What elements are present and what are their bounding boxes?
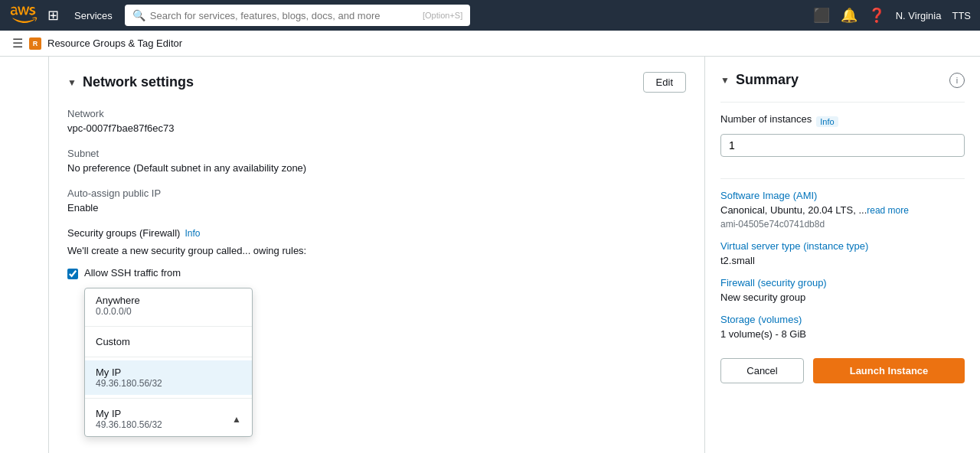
subnet-value: No preference (Default subnet in any ava…	[67, 162, 686, 174]
resource-groups-logo: R	[29, 37, 41, 50]
summary-info-icon[interactable]: i	[949, 73, 965, 88]
ssh-checkbox-label: Allow SSH traffic from	[84, 267, 253, 279]
instance-type-link[interactable]: Virtual server type (instance type)	[720, 240, 965, 252]
ami-value: Canonical, Ubuntu, 20.04 LTS, ...read mo…	[720, 204, 965, 216]
search-bar[interactable]: 🔍 [Option+S]	[125, 5, 470, 26]
myip1-label: My IP	[96, 367, 241, 378]
section-header: ▼ Network settings Edit	[67, 72, 686, 93]
instances-label-row: Number of instances Info	[720, 113, 965, 129]
services-nav[interactable]: Services	[68, 7, 119, 24]
summary-title-row: ▼ Summary i	[720, 72, 965, 88]
terminal-icon[interactable]: ⬛	[813, 7, 830, 24]
section-title-row: ▼ Network settings	[67, 74, 194, 90]
nav-icons: ⬛ 🔔 ❓ N. Virginia TTS	[813, 7, 971, 24]
myip1-sub: 49.36.180.56/32	[96, 378, 241, 389]
search-shortcut: [Option+S]	[423, 11, 462, 20]
hamburger-icon[interactable]: ☰	[12, 36, 23, 51]
firewall-link[interactable]: Firewall (security group)	[720, 277, 965, 288]
ssh-checkbox[interactable]	[67, 269, 78, 279]
summary-collapse-icon[interactable]: ▼	[720, 75, 730, 86]
breadcrumb-text: Resource Groups & Tag Editor	[47, 37, 182, 49]
anywhere-label: Anywhere	[96, 295, 241, 306]
aws-logo[interactable]	[9, 5, 38, 26]
search-input[interactable]	[150, 10, 418, 21]
ssh-checkbox-row: Allow SSH traffic from Anywhere 0.0.0.0/…	[67, 267, 686, 301]
subnet-label: Subnet	[67, 148, 686, 159]
dropdown-arrow-icon: ▲	[232, 414, 241, 425]
search-icon: 🔍	[132, 9, 145, 21]
help-icon[interactable]: ❓	[868, 7, 885, 24]
dropdown-item-myip-2[interactable]: My IP 49.36.180.56/32 ▲	[85, 402, 252, 436]
section-title: Network settings	[83, 74, 194, 90]
custom-label: Custom	[96, 336, 241, 347]
instances-label: Number of instances	[720, 113, 812, 125]
sg-label-text: Security groups (Firewall)	[67, 227, 180, 239]
security-groups-field: Security groups (Firewall) Info We'll cr…	[67, 227, 686, 453]
ami-read-more[interactable]: read more	[867, 205, 909, 216]
top-nav: ⊞ Services 🔍 [Option+S] ⬛ 🔔 ❓ N. Virgini…	[0, 0, 980, 31]
collapse-icon[interactable]: ▼	[67, 77, 77, 88]
firewall-value: New security group	[720, 292, 965, 303]
network-label: Network	[67, 108, 686, 119]
apps-grid-icon[interactable]: ⊞	[44, 7, 62, 24]
right-panel: ▼ Summary i Number of instances Info Sof…	[704, 57, 980, 453]
ami-link[interactable]: Software Image (AMI)	[720, 190, 965, 201]
dropdown-item-myip-1[interactable]: My IP 49.36.180.56/32	[85, 360, 252, 395]
anywhere-sub: 0.0.0.0/0	[96, 306, 241, 317]
cancel-button[interactable]: Cancel	[720, 358, 804, 383]
network-value: vpc-0007f7bae87f6ec73	[67, 122, 686, 134]
region-selector[interactable]: N. Virginia	[896, 10, 942, 21]
footer-buttons: Cancel Launch Instance	[720, 358, 965, 383]
storage-value: 1 volume(s) - 8 GiB	[720, 328, 965, 340]
auto-assign-value: Enable	[67, 202, 686, 213]
sg-label-row: Security groups (Firewall) Info	[67, 227, 686, 239]
summary-title: Summary	[736, 72, 799, 88]
edit-button[interactable]: Edit	[643, 72, 686, 93]
sidebar	[0, 57, 49, 453]
storage-link[interactable]: Storage (volumes)	[720, 314, 965, 325]
auto-assign-label: Auto-assign public IP	[67, 187, 686, 199]
subnet-field: Subnet No preference (Default subnet in …	[67, 148, 686, 174]
bell-icon[interactable]: 🔔	[841, 7, 858, 24]
auto-assign-field: Auto-assign public IP Enable	[67, 187, 686, 213]
launch-instance-button[interactable]: Launch Instance	[813, 358, 965, 383]
main-layout: ▼ Network settings Edit Network vpc-0007…	[0, 57, 980, 453]
instances-input[interactable]	[720, 134, 965, 157]
network-field: Network vpc-0007f7bae87f6ec73	[67, 108, 686, 134]
dropdown-item-custom[interactable]: Custom	[85, 330, 252, 354]
myip2-sub: 49.36.180.56/32	[96, 419, 162, 430]
instance-type-value: t2.small	[720, 255, 965, 266]
myip2-label: My IP	[96, 408, 162, 419]
dropdown-menu: Anywhere 0.0.0.0/0 Custom My IP 49.36.18…	[84, 288, 253, 437]
user-menu[interactable]: TTS	[952, 10, 971, 21]
dropdown-item-anywhere[interactable]: Anywhere 0.0.0.0/0	[85, 288, 252, 323]
content-area: ▼ Network settings Edit Network vpc-0007…	[49, 57, 704, 453]
instances-info-badge[interactable]: Info	[816, 116, 838, 127]
ami-id: ami-04505e74c0741db8d	[720, 219, 965, 230]
breadcrumb-bar: ☰ R Resource Groups & Tag Editor	[0, 31, 980, 57]
sg-desc: We'll create a new security group called…	[67, 245, 686, 256]
sg-info-link[interactable]: Info	[185, 228, 200, 239]
